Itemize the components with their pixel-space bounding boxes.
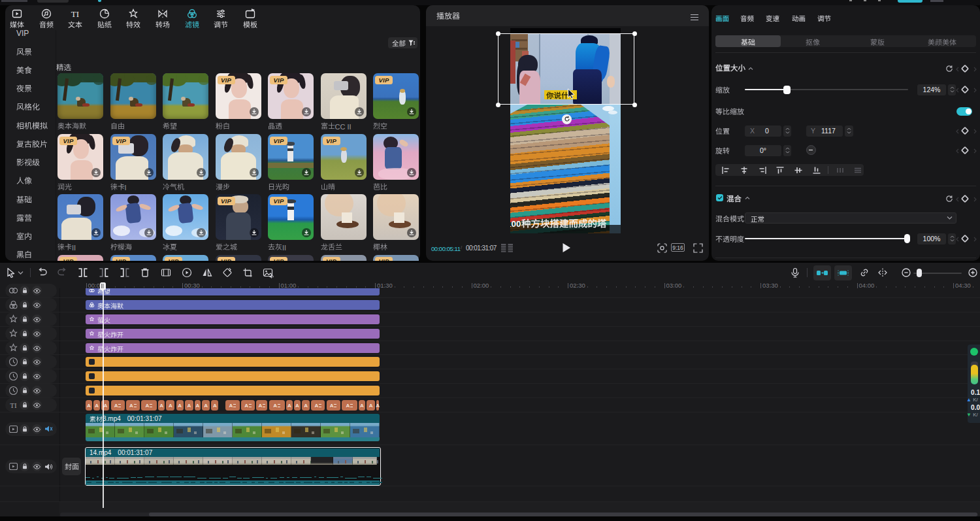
svg-text:TI: TI: [71, 9, 79, 19]
svg-text:TI: TI: [10, 401, 17, 409]
